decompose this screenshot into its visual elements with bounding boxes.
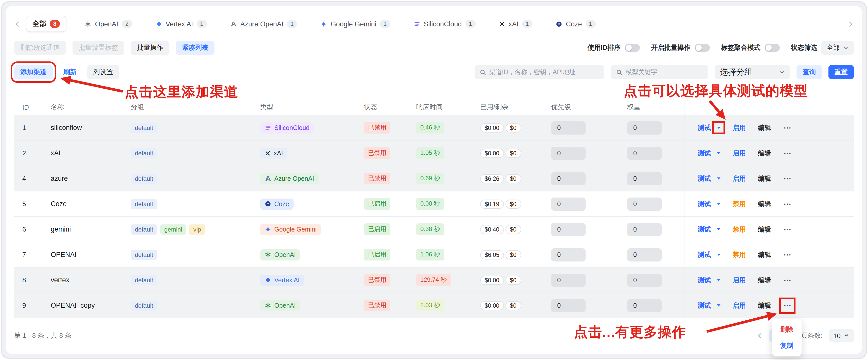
test-button[interactable]: 测试 bbox=[698, 225, 711, 234]
response-time[interactable]: 0.00 秒 bbox=[416, 198, 480, 210]
enable-button[interactable]: 启用 bbox=[733, 275, 746, 285]
tab-silicoloud[interactable]: SiliconCloud1 bbox=[408, 17, 480, 31]
test-model-caret-icon[interactable] bbox=[716, 125, 721, 131]
more-button[interactable] bbox=[783, 251, 792, 259]
priority-input[interactable]: 0 bbox=[551, 197, 586, 211]
enable-button[interactable]: 启用 bbox=[733, 174, 746, 183]
tab-openai[interactable]: OpenAI2 bbox=[80, 17, 137, 31]
status-filter-select[interactable]: 全部 bbox=[822, 40, 854, 55]
compact-list-button[interactable]: 紧凑列表 bbox=[176, 40, 214, 55]
disable-button[interactable]: 禁用 bbox=[733, 250, 746, 259]
disable-button[interactable]: 禁用 bbox=[733, 199, 746, 209]
reset-button[interactable]: 重置 bbox=[829, 65, 854, 79]
priority-input[interactable]: 0 bbox=[551, 248, 586, 261]
weight-input[interactable]: 0 bbox=[627, 223, 662, 236]
response-time[interactable]: 0.46 秒 bbox=[416, 122, 480, 134]
more-button[interactable]: 删除复制 bbox=[783, 301, 792, 309]
response-time[interactable]: 0.38 秒 bbox=[416, 223, 480, 235]
test-model-caret-icon[interactable] bbox=[716, 201, 721, 207]
group-tag: default bbox=[131, 148, 157, 158]
test-model-caret-icon[interactable] bbox=[716, 226, 721, 232]
response-time[interactable]: 0.69 秒 bbox=[416, 173, 480, 184]
priority-input[interactable]: 0 bbox=[551, 121, 586, 134]
more-button[interactable] bbox=[783, 225, 792, 233]
edit-button[interactable]: 编辑 bbox=[758, 174, 771, 183]
tabs-scroll-right-icon[interactable] bbox=[847, 21, 854, 27]
weight-input[interactable]: 0 bbox=[627, 273, 662, 287]
priority-input[interactable]: 0 bbox=[551, 172, 586, 185]
tab-all[interactable]: 全部8 bbox=[26, 16, 67, 32]
weight-input[interactable]: 0 bbox=[627, 146, 662, 160]
add-channel-button[interactable]: 添加渠道 bbox=[14, 65, 53, 79]
test-model-caret-icon[interactable] bbox=[716, 277, 721, 283]
weight-input[interactable]: 0 bbox=[627, 172, 662, 185]
test-model-caret-icon[interactable] bbox=[716, 252, 721, 257]
test-button[interactable]: 测试 bbox=[698, 250, 711, 259]
edit-button[interactable]: 编辑 bbox=[758, 225, 771, 234]
priority-input[interactable]: 0 bbox=[551, 146, 586, 160]
test-button[interactable]: 测试 bbox=[698, 174, 711, 183]
weight-input[interactable]: 0 bbox=[627, 248, 662, 261]
more-button[interactable] bbox=[783, 149, 792, 157]
test-model-caret-icon[interactable] bbox=[716, 303, 721, 308]
search-area: 选择分组 查询 重置 bbox=[474, 65, 854, 79]
enable-button[interactable]: 启用 bbox=[733, 123, 746, 132]
batch-operations-button[interactable]: 批量操作 bbox=[131, 40, 169, 55]
edit-button[interactable]: 编辑 bbox=[758, 250, 771, 259]
more-button[interactable] bbox=[783, 276, 792, 284]
response-time[interactable]: 1.05 秒 bbox=[416, 147, 480, 159]
test-button[interactable]: 测试 bbox=[698, 301, 711, 310]
weight-input[interactable]: 0 bbox=[627, 299, 662, 312]
test-button[interactable]: 测试 bbox=[698, 275, 711, 285]
test-button[interactable]: 测试 bbox=[698, 123, 711, 132]
more-button[interactable] bbox=[783, 200, 792, 208]
priority-input[interactable]: 0 bbox=[551, 273, 586, 287]
channel-type: SiliconCloud bbox=[260, 122, 364, 133]
enable-button[interactable]: 启用 bbox=[733, 148, 746, 158]
group-select[interactable]: 选择分组 bbox=[715, 65, 790, 79]
response-time[interactable]: 2.03 秒 bbox=[416, 300, 480, 311]
refresh-button[interactable]: 刷新 bbox=[59, 65, 81, 79]
channel-status: 已禁用 bbox=[364, 173, 416, 184]
group-tag: default bbox=[131, 250, 157, 260]
more-button[interactable] bbox=[783, 123, 792, 132]
weight-input[interactable]: 0 bbox=[627, 121, 662, 134]
test-model-caret-icon[interactable] bbox=[716, 150, 721, 156]
priority-input[interactable]: 0 bbox=[551, 299, 586, 312]
channel-groups: default bbox=[131, 275, 260, 285]
edit-button[interactable]: 编辑 bbox=[758, 199, 771, 209]
enable-button[interactable]: 启用 bbox=[733, 301, 746, 310]
response-time[interactable]: 1.06 秒 bbox=[416, 249, 480, 260]
weight-input[interactable]: 0 bbox=[627, 197, 662, 211]
tabs-scroll-left-icon[interactable] bbox=[14, 21, 21, 27]
column-settings-button[interactable]: 列设置 bbox=[87, 65, 119, 79]
test-button[interactable]: 测试 bbox=[698, 148, 711, 158]
page-size-select[interactable]: 10 bbox=[829, 329, 854, 342]
model-keyword-input[interactable] bbox=[626, 68, 708, 76]
edit-button[interactable]: 编辑 bbox=[758, 275, 771, 285]
page-prev-icon[interactable] bbox=[756, 332, 763, 339]
enable-batch-toggle[interactable] bbox=[694, 44, 710, 52]
menu-item-copy[interactable]: 复制 bbox=[772, 337, 802, 354]
response-time[interactable]: 129.74 秒 bbox=[416, 274, 480, 286]
priority-input[interactable]: 0 bbox=[551, 223, 586, 236]
tab-xai[interactable]: xAI1 bbox=[494, 17, 537, 31]
test-button[interactable]: 测试 bbox=[698, 199, 711, 209]
edit-button[interactable]: 编辑 bbox=[758, 123, 771, 132]
disable-button[interactable]: 禁用 bbox=[733, 225, 746, 234]
column-header: 优先级 bbox=[551, 103, 627, 112]
menu-item-delete[interactable]: 删除 bbox=[772, 321, 802, 337]
tag-aggregate-mode-toggle[interactable] bbox=[765, 44, 780, 52]
use-id-sort-toggle[interactable] bbox=[625, 44, 640, 52]
channel-search-input[interactable] bbox=[489, 68, 604, 76]
edit-button[interactable]: 编辑 bbox=[758, 148, 771, 158]
tab-google-gemini[interactable]: Google Gemini1 bbox=[316, 17, 396, 31]
more-button[interactable] bbox=[783, 174, 792, 183]
query-button[interactable]: 查询 bbox=[797, 65, 822, 79]
tab-azure-openai[interactable]: Azure OpenAI1 bbox=[225, 17, 302, 31]
test-model-caret-icon[interactable] bbox=[716, 176, 721, 181]
channel-groups: default bbox=[131, 300, 260, 310]
edit-button[interactable]: 编辑 bbox=[758, 301, 771, 310]
tab-coze[interactable]: Coze1 bbox=[551, 17, 601, 31]
tab-vertex-ai[interactable]: Vertex AI1 bbox=[150, 17, 212, 31]
